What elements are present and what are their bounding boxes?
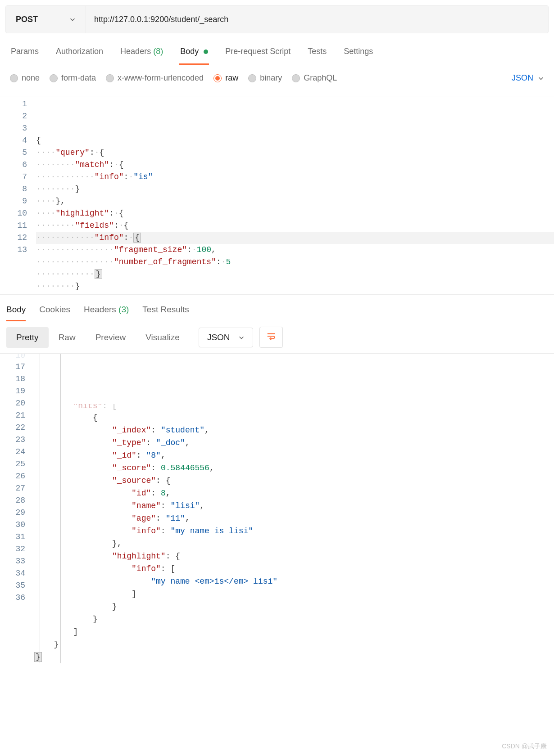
method-label: POST	[16, 15, 38, 24]
radio-icon	[10, 74, 18, 82]
dot-indicator-icon	[204, 50, 208, 54]
body-type-row: none form-data x-www-form-urlencoded raw…	[0, 65, 554, 92]
bodytype-urlencoded-label: x-www-form-urlencoded	[118, 73, 204, 83]
chevron-down-icon	[238, 334, 245, 341]
response-view-bar: Pretty Raw Preview Visualize JSON	[0, 321, 554, 353]
radio-icon	[248, 74, 256, 82]
response-language-label: JSON	[207, 333, 230, 342]
subtab-pretty[interactable]: Pretty	[6, 327, 49, 348]
body-language-dropdown[interactable]: JSON	[512, 73, 544, 83]
radio-icon	[106, 74, 114, 82]
tab-params[interactable]: Params	[10, 47, 40, 65]
subtab-visualize[interactable]: Visualize	[136, 327, 190, 348]
bodytype-none-label: none	[22, 73, 40, 83]
request-bar: POST	[5, 5, 549, 33]
bodytype-formdata[interactable]: form-data	[50, 73, 96, 83]
line-gutter: 12345678910111213	[0, 98, 36, 292]
radio-icon	[213, 74, 222, 82]
tab-headers[interactable]: Headers (8)	[119, 47, 164, 65]
request-body-code[interactable]: {····"query":·{········"match":·{·······…	[36, 98, 554, 292]
headers-count: (8)	[153, 47, 163, 56]
bodytype-graphql-label: GraphQL	[304, 73, 337, 83]
wrap-lines-button[interactable]	[259, 327, 283, 348]
resp-tab-body[interactable]: Body	[6, 305, 26, 321]
bodytype-raw[interactable]: raw	[213, 73, 238, 83]
method-dropdown[interactable]: POST	[6, 6, 86, 33]
tab-settings[interactable]: Settings	[343, 47, 374, 65]
response-tabs: Body Cookies Headers (3) Test Results	[0, 295, 554, 321]
bodytype-urlencoded[interactable]: x-www-form-urlencoded	[106, 73, 204, 83]
radio-icon	[292, 74, 300, 82]
chevron-down-icon	[69, 16, 76, 22]
resp-tab-headers-label: Headers	[84, 305, 116, 314]
response-body-editor[interactable]: 1017181920212223242526272829303132333435…	[0, 353, 554, 663]
bodytype-raw-label: raw	[225, 73, 238, 83]
resp-tab-headers[interactable]: Headers (3)	[84, 305, 129, 321]
tab-tests[interactable]: Tests	[307, 47, 327, 65]
response-body-code[interactable]: "hits": [ { "_index": "student", "_type"…	[34, 354, 554, 663]
bodytype-graphql[interactable]: GraphQL	[292, 73, 337, 83]
bodytype-binary[interactable]: binary	[248, 73, 282, 83]
response-language-dropdown[interactable]: JSON	[199, 328, 253, 347]
bodytype-formdata-label: form-data	[61, 73, 96, 83]
resp-tab-cookies[interactable]: Cookies	[39, 305, 70, 321]
bodytype-none[interactable]: none	[10, 73, 40, 83]
bodytype-binary-label: binary	[260, 73, 282, 83]
tab-body-label: Body	[180, 47, 199, 56]
tab-authorization[interactable]: Authorization	[55, 47, 104, 65]
subtab-preview[interactable]: Preview	[86, 327, 136, 348]
resp-headers-count: (3)	[118, 305, 129, 314]
tab-headers-label: Headers	[120, 47, 151, 56]
request-tabs: Params Authorization Headers (8) Body Pr…	[0, 39, 554, 65]
wrap-icon	[266, 331, 276, 341]
radio-icon	[50, 74, 58, 82]
request-body-editor[interactable]: 12345678910111213 {····"query":·{·······…	[0, 96, 554, 295]
chevron-down-icon	[538, 75, 544, 81]
subtab-raw[interactable]: Raw	[49, 327, 86, 348]
resp-line-gutter: 1017181920212223242526272829303132333435…	[0, 354, 34, 663]
url-input[interactable]	[86, 6, 548, 33]
resp-tab-testresults[interactable]: Test Results	[142, 305, 189, 321]
tab-prerequest[interactable]: Pre-request Script	[224, 47, 291, 65]
tab-body[interactable]: Body	[179, 47, 209, 65]
body-language-label: JSON	[512, 73, 533, 83]
